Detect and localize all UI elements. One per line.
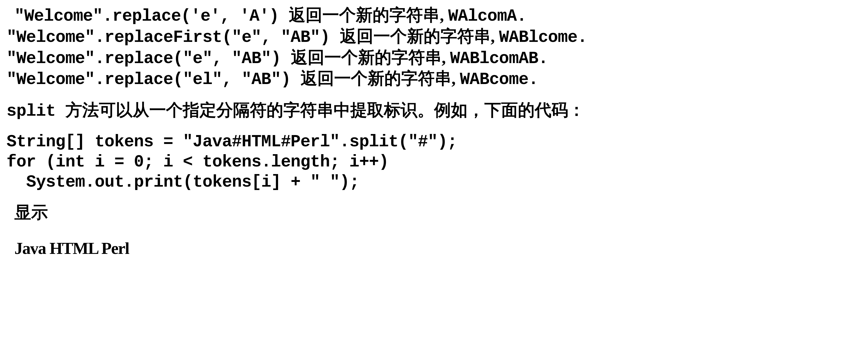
method-name: split bbox=[6, 102, 56, 121]
description-text: 返回一个新的字符串, bbox=[301, 69, 460, 88]
description-text: 返回一个新的字符串, bbox=[289, 6, 448, 24]
replace-example-row: "Welcome".replace("el", "AB") 返回一个新的字符串,… bbox=[6, 69, 862, 90]
code-line: String[] tokens = "Java#HTML#Perl".split… bbox=[6, 132, 862, 152]
replace-example-row: "Welcome".replaceFirst("e", "AB") 返回一个新的… bbox=[6, 26, 862, 48]
description-text: 返回一个新的字符串, bbox=[291, 48, 450, 67]
code-fragment: "Welcome".replaceFirst("e", "AB") bbox=[6, 28, 330, 47]
result-text: WABlcome. bbox=[499, 28, 587, 47]
split-intro: split 方法可以从一个指定分隔符的字符串中提取标识。例如，下面的代码： bbox=[6, 100, 862, 121]
code-line: System.out.print(tokens[i] + " "); bbox=[26, 172, 862, 192]
code-fragment: "Welcome".replace("e", "AB") bbox=[6, 49, 281, 68]
output-result: Java HTML Perl bbox=[14, 239, 862, 258]
result-text: WAlcomA. bbox=[448, 7, 526, 26]
code-line: for (int i = 0; i < tokens.length; i++) bbox=[6, 152, 862, 172]
intro-text: 方法可以从一个指定分隔符的字符串中提取标识。例如，下面的代码： bbox=[65, 101, 585, 119]
replace-example-row: "Welcome".replace("e", "AB") 返回一个新的字符串, … bbox=[6, 48, 862, 69]
code-fragment: "Welcome".replace('e', 'A') bbox=[14, 7, 279, 26]
result-text: WABcome. bbox=[460, 70, 538, 89]
result-text: WABlcomAB. bbox=[450, 49, 548, 68]
output-label: 显示 bbox=[14, 203, 862, 223]
code-fragment: "Welcome".replace("el", "AB") bbox=[6, 70, 291, 89]
replace-example-row: "Welcome".replace('e', 'A') 返回一个新的字符串, W… bbox=[14, 5, 862, 26]
description-text: 返回一个新的字符串, bbox=[340, 27, 499, 45]
